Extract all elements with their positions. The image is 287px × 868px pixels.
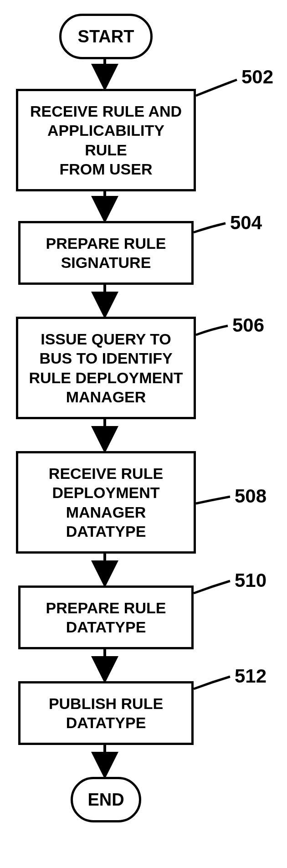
step-508-text: RECEIVE RULE DEPLOYMENT MANAGER DATATYPE xyxy=(49,464,163,541)
step-504-text: PREPARE RULE SIGNATURE xyxy=(46,234,166,272)
step-506: ISSUE QUERY TO BUS TO IDENTIFY RULE DEPL… xyxy=(16,317,196,419)
flowchart-canvas: START RECEIVE RULE AND APPLICABILITY RUL… xyxy=(0,0,287,868)
step-506-ref: 506 xyxy=(232,314,264,336)
step-506-text: ISSUE QUERY TO BUS TO IDENTIFY RULE DEPL… xyxy=(29,329,183,407)
step-508-ref: 508 xyxy=(235,485,266,507)
step-502-text: RECEIVE RULE AND APPLICABILITY RULE FROM… xyxy=(30,102,182,179)
start-terminator: START xyxy=(59,14,153,59)
step-512: PUBLISH RULE DATATYPE xyxy=(18,681,194,745)
step-510-ref: 510 xyxy=(235,570,266,591)
step-504: PREPARE RULE SIGNATURE xyxy=(18,221,194,285)
end-terminator: END xyxy=(71,777,141,822)
step-512-text: PUBLISH RULE DATATYPE xyxy=(49,694,163,733)
step-512-ref: 512 xyxy=(235,665,266,687)
step-504-ref: 504 xyxy=(230,212,262,234)
step-510-text: PREPARE RULE DATATYPE xyxy=(46,598,166,637)
step-502: RECEIVE RULE AND APPLICABILITY RULE FROM… xyxy=(16,89,196,191)
step-508: RECEIVE RULE DEPLOYMENT MANAGER DATATYPE xyxy=(16,451,196,554)
step-502-ref: 502 xyxy=(241,66,273,88)
step-510: PREPARE RULE DATATYPE xyxy=(18,586,194,649)
